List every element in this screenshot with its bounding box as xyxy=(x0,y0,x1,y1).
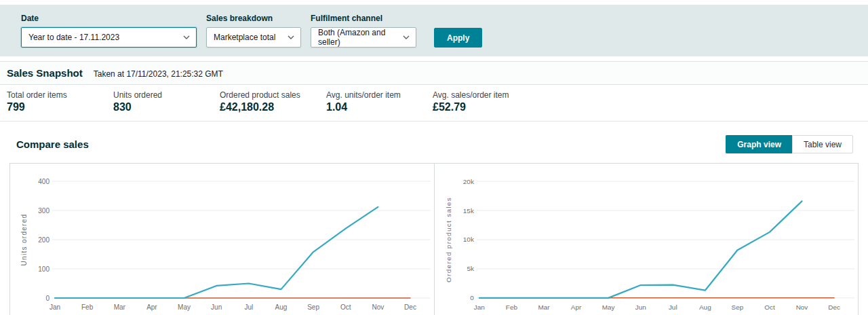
stat-units-ordered: Units ordered 830 xyxy=(113,90,220,113)
stat-label: Avg. units/order item xyxy=(326,90,433,100)
stat-value: 799 xyxy=(7,101,113,113)
sales-breakdown-select[interactable]: Marketplace total xyxy=(206,27,301,48)
svg-text:Dec: Dec xyxy=(828,303,840,311)
stat-label: Ordered product sales xyxy=(220,90,326,100)
date-select-value: Year to date - 17.11.2023 xyxy=(28,33,119,42)
stat-label: Units ordered xyxy=(113,90,220,100)
graph-view-button[interactable]: Graph view xyxy=(726,135,792,153)
svg-text:15k: 15k xyxy=(463,207,474,215)
svg-text:Oct: Oct xyxy=(340,303,351,311)
sales-breakdown-select-value: Marketplace total xyxy=(214,33,275,42)
fulfilment-channel-select-value: Both (Amazon and seller) xyxy=(318,28,398,47)
table-view-button[interactable]: Table view xyxy=(792,135,853,153)
stat-ordered-product-sales: Ordered product sales £42,180.28 xyxy=(220,90,326,113)
top-strip xyxy=(0,0,868,5)
stat-label: Avg. sales/order item xyxy=(433,90,539,100)
svg-text:10k: 10k xyxy=(463,236,474,244)
fulfilment-channel-filter-group: Fulfilment channel Both (Amazon and sell… xyxy=(311,14,416,48)
chevron-down-icon xyxy=(403,35,410,39)
svg-text:May: May xyxy=(602,303,615,311)
snapshot-stats-row: Total order items 799 Units ordered 830 … xyxy=(0,85,868,122)
svg-text:Jul: Jul xyxy=(669,303,677,311)
stat-value: 830 xyxy=(113,101,220,113)
stat-value: £52.79 xyxy=(433,101,539,113)
svg-text:0: 0 xyxy=(45,295,50,302)
svg-text:Feb: Feb xyxy=(506,303,518,311)
ordered-product-sales-chart-svg: 05k10k15k20kJanFebMarAprMayJunJulAugSepO… xyxy=(435,164,858,315)
sales-breakdown-label: Sales breakdown xyxy=(206,14,301,23)
filter-bar: Date Year to date - 17.11.2023 Sales bre… xyxy=(0,5,868,56)
svg-text:400: 400 xyxy=(38,178,50,185)
stat-avg-sales-per-order: Avg. sales/order item £52.79 xyxy=(433,90,539,113)
stat-total-order-items: Total order items 799 xyxy=(7,90,113,113)
svg-text:Aug: Aug xyxy=(275,303,288,311)
svg-text:Dec: Dec xyxy=(404,303,416,311)
svg-text:Sep: Sep xyxy=(732,303,744,311)
svg-text:Sep: Sep xyxy=(307,303,319,311)
fulfilment-channel-select[interactable]: Both (Amazon and seller) xyxy=(311,27,416,48)
svg-text:Ordered product sales: Ordered product sales xyxy=(445,197,452,282)
svg-text:100: 100 xyxy=(38,265,50,273)
sales-breakdown-filter-group: Sales breakdown Marketplace total xyxy=(206,14,301,48)
apply-button[interactable]: Apply xyxy=(434,28,482,48)
snapshot-timestamp: Taken at 17/11/2023, 21:25:32 GMT xyxy=(94,69,223,79)
svg-text:Feb: Feb xyxy=(81,303,94,311)
stat-value: 1.04 xyxy=(326,101,433,113)
svg-text:300: 300 xyxy=(38,207,50,215)
svg-text:200: 200 xyxy=(38,236,50,244)
stat-label: Total order items xyxy=(7,90,113,100)
date-filter-label: Date xyxy=(21,14,197,23)
svg-text:Aug: Aug xyxy=(699,303,711,311)
stat-avg-units-per-order: Avg. units/order item 1.04 xyxy=(326,90,433,113)
svg-text:Jan: Jan xyxy=(50,303,60,311)
svg-text:Mar: Mar xyxy=(538,303,550,311)
compare-sales-title: Compare sales xyxy=(16,138,89,150)
chevron-down-icon xyxy=(288,35,294,39)
svg-text:Units ordered: Units ordered xyxy=(20,214,28,266)
compare-sales-charts-panel: 0100200300400JanFebMarAprMayJunJulAugSep… xyxy=(9,163,859,315)
svg-text:Apr: Apr xyxy=(571,303,582,311)
svg-text:Nov: Nov xyxy=(372,303,384,311)
svg-text:5k: 5k xyxy=(467,265,474,272)
units-ordered-chart-svg: 0100200300400JanFebMarAprMayJunJulAugSep… xyxy=(10,164,434,315)
date-filter-group: Date Year to date - 17.11.2023 xyxy=(21,14,197,48)
svg-text:Jul: Jul xyxy=(244,303,253,311)
svg-text:Jan: Jan xyxy=(474,303,485,311)
compare-sales-header: Compare sales Graph view Table view xyxy=(0,122,868,153)
units-ordered-chart: 0100200300400JanFebMarAprMayJunJulAugSep… xyxy=(10,164,435,315)
fulfilment-channel-label: Fulfilment channel xyxy=(311,14,416,23)
ordered-product-sales-chart: 05k10k15k20kJanFebMarAprMayJunJulAugSepO… xyxy=(435,164,858,315)
svg-text:Mar: Mar xyxy=(114,303,126,311)
svg-text:20k: 20k xyxy=(463,178,474,185)
svg-text:May: May xyxy=(178,303,191,311)
sales-snapshot-header: Sales Snapshot Taken at 17/11/2023, 21:2… xyxy=(0,61,868,85)
date-select[interactable]: Year to date - 17.11.2023 xyxy=(21,27,197,48)
sales-snapshot-title: Sales Snapshot xyxy=(7,67,83,79)
svg-text:0: 0 xyxy=(470,294,474,301)
svg-text:Nov: Nov xyxy=(796,303,808,311)
view-toggle: Graph view Table view xyxy=(726,135,853,153)
svg-text:Jun: Jun xyxy=(635,303,646,311)
stat-value: £42,180.28 xyxy=(220,101,326,113)
svg-text:Apr: Apr xyxy=(146,303,157,311)
svg-text:Jun: Jun xyxy=(211,303,222,311)
chevron-down-icon xyxy=(183,35,190,39)
svg-text:Oct: Oct xyxy=(764,303,775,311)
